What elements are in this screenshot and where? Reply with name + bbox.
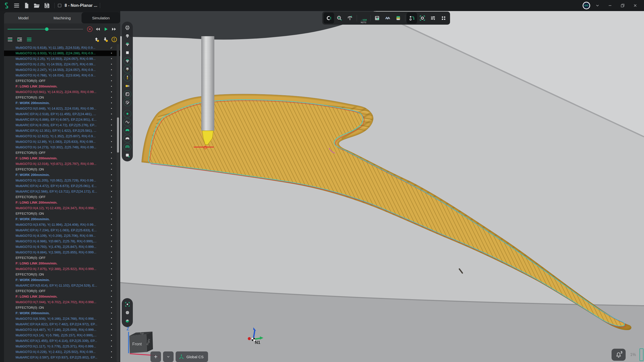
gcode-row[interactable]: MultiGOTO:X(-8.109), Y(-0.208), Z(25.706… [4,233,120,239]
view-tool-button[interactable] [123,308,132,317]
display-toggle-button[interactable] [123,82,132,90]
display-toggle-button[interactable] [123,134,132,143]
gcode-row[interactable]: MultiGOTO:X(0.941), Y(-14.912), Z(24.003… [4,89,120,95]
gcode-row[interactable]: EFFECTOR(0) :OFF • [4,288,120,294]
open-file-button[interactable] [32,1,42,11]
gcode-row[interactable]: MultiGOTO:X(-2.25), Y(-14.553), Z(24.057… [4,62,120,67]
gcode-row[interactable]: F: WORK 200mm/min. • [4,100,120,106]
gcode-row[interactable]: F: LONG LINK 200mm/min. • [4,200,120,205]
toolbar-button[interactable] [382,13,393,24]
scrollbar-thumb[interactable] [117,117,119,153]
display-toggle-button[interactable] [123,90,132,98]
gcode-row[interactable]: MultiARC:EP.X(-5.886), EP.Y(-8.087), EP.… [4,117,120,122]
view-tool-button[interactable] [123,317,132,325]
gcode-row[interactable]: MultiARC:EP.X(-7.234), EP.Y(-1.083), EP.… [4,228,120,233]
coordinate-system-dropdown-button[interactable] [163,351,174,362]
display-toggle-button[interactable] [123,118,132,126]
gcode-row[interactable]: MultiARC:EP.X(-12.351), EP.Y(-1.622), EP… [4,128,120,133]
toolbar-button[interactable] [438,13,449,24]
minimize-button[interactable] [605,1,615,11]
toolbar-button[interactable] [393,13,404,24]
gcode-row[interactable]: EFFECTOR(0) :ON • [4,211,120,216]
toolbar-button[interactable] [334,13,345,24]
gcode-row[interactable]: MultiARC:EP.X(1.455), EP.Y(-4.114), EP.Z… [4,338,120,344]
toolbar-button[interactable] [407,13,417,24]
display-toggle-button[interactable] [123,73,132,82]
simulation-progress-slider[interactable] [8,27,83,31]
gcode-row[interactable]: EFFECTOR(0) :OFF • [4,194,120,200]
gcode-scrollbar[interactable] [117,44,119,362]
restore-button[interactable] [617,1,628,11]
new-file-button[interactable] [22,1,32,11]
gcode-row[interactable]: MultiARC:EP.X(5.614), EP.Y(-11.102), EP.… [4,283,120,288]
gcode-row[interactable]: MultiGOTO:X(-8.986), Y(0.667), Z(25.78),… [4,239,120,244]
next-warning-icon[interactable] [102,36,108,42]
tab-simulation[interactable]: Simulation [82,12,120,23]
gcode-row[interactable]: F: LONG LINK 200mm/min. • [4,84,120,89]
display-toggle-button[interactable] [123,107,132,110]
gcode-row[interactable]: MultiGOTO:X(-11.205), Y(0.062), Z(25.729… [4,178,120,183]
gcode-row[interactable]: EFFECTOR(0) :ON • [4,167,120,172]
stop-simulation-button[interactable] [86,25,94,33]
main-menu-button[interactable] [12,1,22,11]
gcode-row[interactable]: F: LONG LINK 200mm/min. • [4,294,120,299]
previous-warning-icon[interactable] [94,36,100,42]
gcode-row[interactable]: MultiARC:EP.X(2.566), EP.Y(-13.711), EP.… [4,189,120,194]
gcode-row[interactable]: MultiARC:EP.X(4.822), EP.Y(-7.482), EP.Z… [4,322,120,327]
gcode-row[interactable]: MultiGOTO:X(-0.768), Y(-16.034), Z(23.83… [4,73,120,78]
gcode-row[interactable]: EFFECTOR(0) :ON • [4,272,120,277]
gcode-row[interactable]: F: LONG LINK 200mm/min. • [4,261,120,266]
gcode-row[interactable]: EFFECTOR(0) :OFF • [4,255,120,261]
gcode-row[interactable]: MultiGOTO:X(4.487), Y(-7.146), Z(25.009)… [4,327,120,333]
rewind-button[interactable] [94,25,102,33]
gcode-row[interactable]: EFFECTOR(0) :ON • [4,305,120,310]
gcode-row[interactable]: MultiGOTO:X(-2.247), Y(-14.553), Z(24.05… [4,67,120,73]
gcode-row[interactable]: MultiGOTO:X(7.044), Y(-9.702), Z(24.702)… [4,299,120,305]
gcode-row[interactable]: MultiGOTO:X(4.12), Y(-12.439), Z(24.347)… [4,205,120,211]
gcode-row[interactable]: EFFECTOR(0) :OFF • [4,78,120,84]
toolbar-button[interactable] [428,13,438,24]
filter-lines-icon[interactable] [26,36,32,42]
gcode-row[interactable]: MultiGOTO:X(-12.622), Y(-1.352), Z(25.60… [4,133,120,139]
display-toggle-button[interactable] [123,57,132,65]
gcode-row[interactable]: MultiGOTO:X(3.678), Y(-11.994), Z(24.408… [4,222,120,228]
gcode-row[interactable]: MultiGOTO:X(-12.016), Y(0.871), Z(25.797… [4,161,120,167]
gcode-row[interactable]: EFFECTOR(0) :OFF • [4,150,120,156]
user-avatar[interactable]: OO [583,2,590,9]
display-toggle-button[interactable] [123,126,132,134]
display-toggle-button[interactable] [123,143,132,151]
display-toggle-button[interactable] [123,32,132,40]
fast-forward-button[interactable] [110,25,118,33]
gcode-row[interactable]: MultiGOTO:X(-5.618), Y(-11.185), Z(24.51… [4,45,120,51]
display-toggle-button[interactable] [123,40,132,49]
display-toggle-button[interactable] [123,110,132,118]
gcode-row[interactable]: MultiARC:EP.X(-3.597), EP.Y(0.937), EP.Z… [4,355,120,360]
display-toggle-button[interactable] [123,98,132,107]
display-toggle-button[interactable] [123,24,132,32]
gcode-row[interactable]: MultiGOTO:X(-12.89), Y(-1.083), Z(25.633… [4,139,120,145]
display-toggle-button[interactable] [123,65,132,73]
save-button[interactable] [42,1,52,11]
toolbar-button[interactable] [372,13,382,24]
viewport-3d[interactable]: N1 Front Top Right Z X [120,11,644,362]
gcode-row[interactable]: MultiGOTO:X(-7.875), Y(2.388), Z(25.922)… [4,266,120,272]
gcode-row[interactable]: MultiGOTO:X(-2.25), Y(-14.553), Z(24.057… [4,56,120,62]
toolbar-button[interactable] [417,13,428,24]
gcode-row[interactable]: F: LONG LINK 200mm/min. • [4,156,120,161]
gcode-row[interactable]: MultiARC:EP.X(-4.472), EP.Y(-6.673), EP.… [4,183,120,189]
gcode-row[interactable]: F: WORK 200mm/min. • [4,277,120,283]
list-view-icon[interactable] [7,36,13,42]
tab-model[interactable]: Model [4,12,43,23]
toolbar-button[interactable]: →1G0N2T2 [358,13,369,24]
tab-machining[interactable]: Machining [43,12,82,23]
gcode-list[interactable]: MultiGOTO:X(-5.618), Y(-11.185), Z(24.51… [4,44,120,362]
gcode-row[interactable]: F: WORK 200mm/min. • [4,310,120,316]
gcode-row[interactable]: MultiGOTO:X(1.117), Y(-3.778), Z(25.371)… [4,344,120,349]
close-button[interactable] [630,1,640,11]
display-toggle-button[interactable] [123,49,132,57]
gcode-row[interactable]: MultiGOTO:X(6.508), Y(-9.166), Z(24.768)… [4,316,120,322]
gcode-row[interactable]: MultiARC:EP.X(-9.253), EP.Y(-4.72), EP.Z… [4,122,120,128]
play-button[interactable] [102,25,110,33]
warnings-icon[interactable] [111,36,117,42]
view-tool-button[interactable] [123,300,132,308]
